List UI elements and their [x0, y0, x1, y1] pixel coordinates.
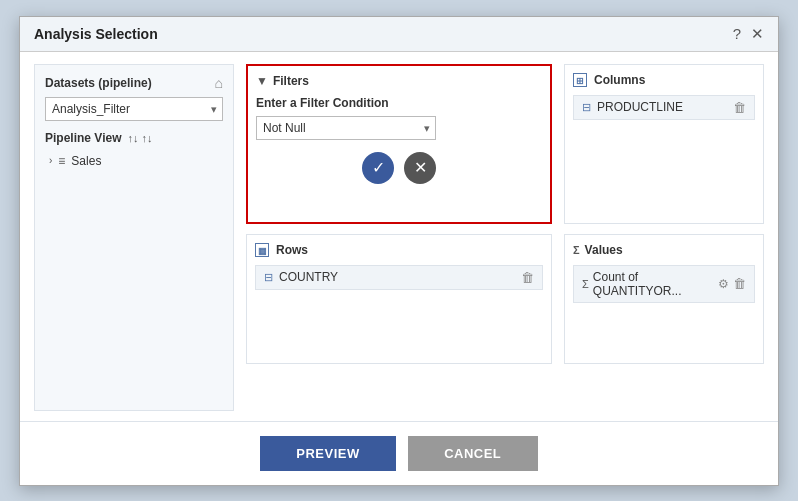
filter-icon: ▼ [256, 74, 268, 88]
analysis-selection-dialog: Analysis Selection ? ✕ Datasets (pipelin… [19, 16, 779, 486]
preview-button[interactable]: PREVIEW [260, 436, 395, 471]
values-sigma-header-icon: Σ [573, 244, 580, 256]
values-sigma-icon: Σ [582, 278, 589, 290]
dialog-body: Datasets (pipeline) ⌂ Analysis_Filter Pi… [20, 52, 778, 411]
rows-field-item-country: ⊟ COUNTRY 🗑 [255, 265, 543, 290]
dialog-title: Analysis Selection [34, 26, 158, 42]
columns-section-label: Columns [594, 73, 645, 87]
values-section-label: Values [585, 243, 623, 257]
filter-section: ▼ Filters Enter a Filter Condition Not N… [246, 64, 552, 224]
columns-section-header: ⊞ Columns [573, 73, 755, 87]
help-icon[interactable]: ? [733, 25, 741, 42]
home-icon[interactable]: ⌂ [215, 75, 223, 91]
columns-field-name: PRODUCTLINE [597, 100, 683, 114]
close-icon[interactable]: ✕ [751, 25, 764, 43]
columns-field-item-left: ⊟ PRODUCTLINE [582, 100, 683, 114]
middle-panel: ▼ Filters Enter a Filter Condition Not N… [246, 64, 552, 411]
values-field-item-count: Σ Count of QUANTITYOR... ⚙ 🗑 [573, 265, 755, 303]
filter-actions: ✓ ✕ [256, 152, 542, 184]
values-action-icons: ⚙ 🗑 [718, 276, 746, 291]
datasets-label-text: Datasets (pipeline) [45, 76, 152, 90]
rows-field-name: COUNTRY [279, 270, 338, 284]
cancel-button[interactable]: CANCEL [408, 436, 538, 471]
rows-section-header: ▦ Rows [255, 243, 543, 257]
columns-field-item-productline: ⊟ PRODUCTLINE 🗑 [573, 95, 755, 120]
filter-section-label: Filters [273, 74, 309, 88]
values-field-name: Count of QUANTITYOR... [593, 270, 718, 298]
filter-cancel-button[interactable]: ✕ [404, 152, 436, 184]
values-trash-icon[interactable]: 🗑 [733, 276, 746, 291]
values-gear-icon[interactable]: ⚙ [718, 277, 729, 291]
rows-section: ▦ Rows ⊟ COUNTRY 🗑 [246, 234, 552, 364]
pipeline-label: Pipeline View ↑↓ ↑↓ [45, 131, 223, 145]
sort-icon[interactable]: ↑↓ ↑↓ [127, 132, 152, 144]
dataset-select-wrapper[interactable]: Analysis_Filter [45, 97, 223, 121]
pipeline-label-text: Pipeline View [45, 131, 121, 145]
rows-field-icon: ⊟ [264, 271, 273, 284]
rows-field-item-left: ⊟ COUNTRY [264, 270, 338, 284]
columns-icon: ⊞ [573, 73, 587, 87]
filter-condition-label: Enter a Filter Condition [256, 96, 542, 110]
tree-item-label: Sales [71, 154, 101, 168]
filter-confirm-button[interactable]: ✓ [362, 152, 394, 184]
right-panel: ⊞ Columns ⊟ PRODUCTLINE 🗑 Σ Values [564, 64, 764, 411]
dialog-header-icons: ? ✕ [733, 25, 764, 43]
rows-icon: ▦ [255, 243, 269, 257]
rows-trash-icon[interactable]: 🗑 [521, 270, 534, 285]
columns-trash-icon[interactable]: 🗑 [733, 100, 746, 115]
filter-section-header: ▼ Filters [256, 74, 542, 88]
tree-item-sales[interactable]: › ≡ Sales [45, 151, 223, 171]
values-section-header: Σ Values [573, 243, 755, 257]
dataset-select[interactable]: Analysis_Filter [45, 97, 223, 121]
values-section: Σ Values Σ Count of QUANTITYOR... ⚙ 🗑 [564, 234, 764, 364]
dialog-footer: PREVIEW CANCEL [20, 421, 778, 485]
filter-condition-dropdown-wrapper[interactable]: Not Null Is Null Equals Not Equals Conta… [256, 116, 436, 140]
filter-condition-select[interactable]: Not Null Is Null Equals Not Equals Conta… [256, 116, 436, 140]
values-field-item-left: Σ Count of QUANTITYOR... [582, 270, 718, 298]
tree-expand-icon: › [49, 155, 52, 166]
dialog-header: Analysis Selection ? ✕ [20, 17, 778, 52]
rows-section-label: Rows [276, 243, 308, 257]
columns-section: ⊞ Columns ⊟ PRODUCTLINE 🗑 [564, 64, 764, 224]
left-panel: Datasets (pipeline) ⌂ Analysis_Filter Pi… [34, 64, 234, 411]
datasets-label: Datasets (pipeline) ⌂ [45, 75, 223, 91]
tree-row-icon: ≡ [58, 154, 65, 168]
columns-field-icon: ⊟ [582, 101, 591, 114]
